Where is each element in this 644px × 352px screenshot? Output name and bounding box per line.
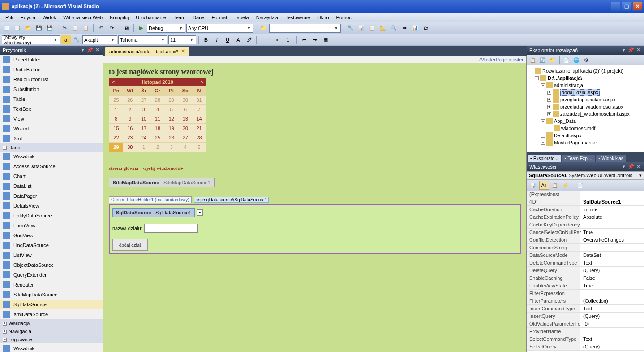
nest-icon[interactable]: 📁 <box>548 56 557 64</box>
cal-cell[interactable]: 23 <box>123 133 137 142</box>
close-button[interactable]: ✕ <box>632 2 642 11</box>
menu-dane[interactable]: Dane <box>189 13 208 22</box>
cal-cell[interactable]: 1 <box>137 142 151 152</box>
cal-cell[interactable]: 14 <box>192 114 206 123</box>
home-link[interactable]: strona główna <box>109 165 138 171</box>
cal-cell[interactable]: 5 <box>192 142 206 152</box>
menu-testowanie[interactable]: Testowanie <box>282 13 313 22</box>
indent-button[interactable]: ⇥ <box>310 35 320 44</box>
cal-cell[interactable]: 3 <box>164 142 178 152</box>
style-btn-2[interactable]: 🔧 <box>72 35 82 44</box>
tree-node[interactable]: +MasterPage.master <box>528 139 642 146</box>
cut-button[interactable]: ✂ <box>60 24 69 33</box>
panel-dropdown-icon[interactable]: ▾ <box>621 164 627 170</box>
cal-cell[interactable]: 31 <box>192 95 206 104</box>
tree-node[interactable]: +Default.aspx <box>528 132 642 139</box>
cal-cell[interactable]: 30 <box>178 95 192 104</box>
toolbox-item-table[interactable]: Table <box>0 94 103 104</box>
menu-pomoc[interactable]: Pomoc <box>333 13 355 22</box>
toolbox-category[interactable]: −Logowanie <box>0 335 103 343</box>
cal-cell[interactable]: 7 <box>192 104 206 114</box>
property-row[interactable]: EnableCachingFalse <box>527 274 644 282</box>
props-icon[interactable]: 📋 <box>550 181 560 190</box>
save-button[interactable]: 💾 <box>34 24 44 33</box>
toolbox-item-wskaźnik[interactable]: Wskaźnik <box>0 343 103 352</box>
toolbox-item-xmldatasource[interactable]: XmlDataSource <box>0 309 103 319</box>
tool-btn-3[interactable]: 📋 <box>367 24 377 33</box>
cal-cell[interactable]: 25 <box>151 133 165 142</box>
cal-cell[interactable]: 27 <box>137 95 151 104</box>
toolbox-item-substitution[interactable]: Substitution <box>0 84 103 94</box>
panel-tab[interactable]: ▪Widok klas <box>596 155 626 162</box>
property-row[interactable]: DeleteQuery(Query) <box>527 267 644 274</box>
italic-button[interactable]: I <box>212 35 222 44</box>
toolbox-category[interactable]: +Nawigacja <box>0 327 103 335</box>
tree-node[interactable]: −administracja <box>528 82 642 89</box>
cal-prev-icon[interactable]: < <box>112 79 115 85</box>
toolbox-item-objectdatasource[interactable]: ObjectDataSource <box>0 260 103 270</box>
tab-close-icon[interactable]: ✕ <box>181 48 185 54</box>
categorized-icon[interactable]: 📊 <box>528 181 538 190</box>
run-button[interactable]: ▶ <box>136 24 146 33</box>
tool-btn-7[interactable]: 📊 <box>410 24 420 33</box>
pin-icon[interactable]: 📌 <box>87 47 93 53</box>
property-row[interactable]: CacheDurationInfinite <box>527 206 644 213</box>
find-combo[interactable]: ▾ <box>269 24 341 33</box>
minimize-button[interactable]: _ <box>611 2 621 11</box>
property-row[interactable]: ConnectionString <box>527 244 644 252</box>
cal-cell[interactable]: 29 <box>164 95 178 104</box>
tool-btn-4[interactable]: 📐 <box>378 24 388 33</box>
tree-node[interactable]: Rozwiązanie 'aplikacja (2)' (1 projekt) <box>528 67 642 74</box>
toolbox-item-placeholder[interactable]: PlaceHolder <box>0 55 103 65</box>
panel-tab[interactable]: ▪Eksplorato... <box>528 155 561 162</box>
toolbox-item-radiobuttonlist[interactable]: RadioButtonList <box>0 74 103 84</box>
toolbox-item-view[interactable]: View <box>0 114 103 124</box>
underline-button[interactable]: U <box>223 35 232 44</box>
cal-cell[interactable]: 10 <box>137 114 151 123</box>
dodaj-button[interactable]: dodaj dział <box>112 239 148 251</box>
toolbox-item-sitemapdatasource[interactable]: SiteMapDataSource <box>0 290 103 300</box>
cal-cell[interactable]: 19 <box>164 123 178 133</box>
panel-dropdown-icon[interactable]: ▾ <box>621 47 627 53</box>
menu-narzędzia[interactable]: Narzędzia <box>253 13 282 22</box>
cal-cell[interactable]: 8 <box>109 114 123 123</box>
style-combo[interactable]: (Nowy styl wbudowany)▾ <box>2 35 60 44</box>
cal-cell[interactable]: 16 <box>123 123 137 133</box>
bullets-button[interactable]: •≡ <box>274 35 283 44</box>
cal-cell[interactable]: 6 <box>178 104 192 114</box>
redo-button[interactable]: ↷ <box>107 24 116 33</box>
menu-witryna sieci web[interactable]: Witryna sieci Web <box>60 13 106 22</box>
toolbox-item-queryextender[interactable]: QueryExtender <box>0 270 103 280</box>
undo-button[interactable]: ↶ <box>96 24 106 33</box>
border-button[interactable]: ▦ <box>321 35 331 44</box>
master-link[interactable]: ../MasterPage.master <box>103 56 526 63</box>
platform-combo[interactable]: Any CPU▾ <box>186 24 253 33</box>
forecolor-button[interactable]: A <box>233 35 243 44</box>
paste-button[interactable]: 📋 <box>81 24 91 33</box>
toolbox-item-wskaźnik[interactable]: Wskaźnik <box>0 152 103 161</box>
cal-cell[interactable]: 21 <box>192 123 206 133</box>
bold-button[interactable]: B <box>201 35 211 44</box>
toolbox-item-wizard[interactable]: Wizard <box>0 124 103 134</box>
tree-node[interactable]: +zarzadzaj_wiadomosciami.aspx <box>528 110 642 117</box>
config-combo[interactable]: Debug▾ <box>147 24 185 33</box>
property-row[interactable]: ConflictDetectionOverwriteChanges <box>527 236 644 244</box>
backcolor-button[interactable]: 🖍 <box>244 35 254 44</box>
menu-okno[interactable]: Okno <box>313 13 332 22</box>
cal-cell[interactable]: 4 <box>151 104 165 114</box>
panel-close-icon[interactable]: ✕ <box>635 47 641 53</box>
toolbox-item-entitydatasource[interactable]: EntityDataSource <box>0 211 103 221</box>
property-row[interactable]: DeleteCommandTypeText <box>527 259 644 267</box>
save-all-button[interactable]: 💾 <box>45 24 55 33</box>
cal-cell[interactable]: 5 <box>164 104 178 114</box>
property-row[interactable]: FilterParameters(Collection) <box>527 297 644 305</box>
cal-cell[interactable]: 1 <box>109 104 123 114</box>
menu-tabela[interactable]: Tabela <box>231 13 252 22</box>
cal-cell[interactable]: 24 <box>137 133 151 142</box>
toolbox-item-detailsview[interactable]: DetailsView <box>0 201 103 211</box>
cal-cell[interactable]: 20 <box>178 123 192 133</box>
cal-cell[interactable]: 18 <box>151 123 165 133</box>
toolbox-item-repeater[interactable]: Repeater <box>0 280 103 290</box>
property-row[interactable]: InsertQuery(Query) <box>527 313 644 320</box>
copy-site-icon[interactable]: 🌐 <box>572 56 581 64</box>
